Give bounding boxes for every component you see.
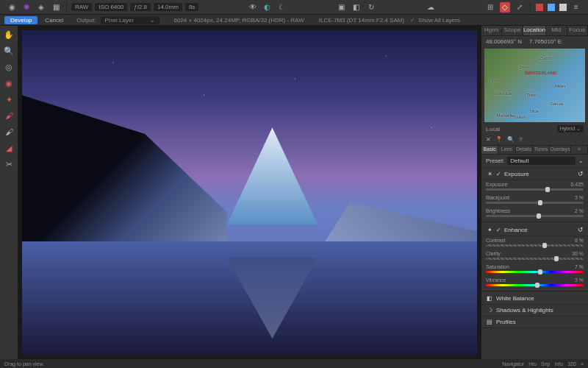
swatch3-icon[interactable] — [559, 4, 567, 11]
red-eye-tool[interactable]: ◉ — [3, 77, 15, 89]
app-icon[interactable]: ◉ — [7, 2, 17, 13]
search-icon[interactable]: 🔍 — [507, 136, 514, 143]
tab-location[interactable]: Location — [523, 26, 546, 35]
develop-button[interactable]: Develop — [4, 16, 37, 24]
exposure-header[interactable]: ☀ ✓ Exposure ↺ — [481, 168, 588, 180]
slider-clarity[interactable]: Clarity30 % — [481, 250, 588, 263]
reset-icon[interactable]: ↺ — [578, 170, 584, 177]
slider-exposure[interactable]: Exposure0.425 — [481, 180, 588, 194]
moon-icon: ☽ — [486, 307, 493, 314]
shutter-badge: 8s — [185, 3, 198, 11]
zoom-tool[interactable]: 🔍 — [3, 45, 15, 57]
zoom-level[interactable]: 320 — [567, 361, 576, 367]
status-hint: Drag to pan view. — [4, 361, 44, 367]
eye-icon[interactable]: 👁 — [248, 2, 258, 13]
tab-tones[interactable]: Tones — [533, 146, 550, 154]
sun-icon: ☀ — [486, 171, 493, 177]
right-panel: Hgrm Scope Location Mtd Focus 48.006693°… — [481, 26, 588, 359]
hto-tab[interactable]: Hto — [528, 361, 537, 367]
warn-icon[interactable]: ◇ — [500, 2, 510, 13]
slider-brightness[interactable]: Brightness2 % — [481, 207, 588, 220]
panel-tabs: Hgrm Scope Location Mtd Focus — [481, 26, 588, 36]
iso-badge: ISO 6400 — [95, 3, 127, 11]
tone-icon[interactable]: ▦ — [51, 2, 61, 13]
swatch2-icon[interactable] — [548, 4, 555, 11]
assist-icon[interactable]: ☁ — [426, 2, 436, 13]
brush-tool[interactable]: 🖌 — [3, 126, 15, 138]
clip-icon[interactable]: ▣ — [337, 2, 347, 13]
camera-text: ILCE-7M3 (DT 14mm F2.4 SAM) — [319, 17, 404, 24]
grid-icon[interactable]: ⊞ — [485, 2, 495, 13]
profile-icon: ▤ — [486, 319, 493, 325]
reset-icon[interactable]: ↺ — [578, 226, 584, 233]
tab-menu[interactable]: ≡ — [571, 146, 588, 154]
crop-tool[interactable]: ✂ — [3, 158, 15, 170]
status-bar: Drag to pan view. Navigator Hto Snp Info… — [0, 359, 588, 368]
hand-tool[interactable]: ✋ — [3, 29, 15, 40]
mirror-icon[interactable]: ◧ — [351, 2, 362, 13]
gradient-tool[interactable]: ◢ — [3, 142, 15, 154]
gps-coords: 48.006693° N 7.765010° E — [481, 36, 588, 47]
aperture-badge: ƒ/2.8 — [130, 3, 151, 11]
menu-icon[interactable]: ≡ — [571, 2, 581, 13]
sparkle-icon: ✦ — [486, 227, 493, 233]
rotate-icon[interactable]: ↻ — [366, 2, 376, 13]
wb-header[interactable]: ◧ White Balance — [481, 293, 588, 305]
menu-icon[interactable]: ≡ — [581, 361, 584, 367]
show-layers-toggle[interactable]: Show All Layers — [418, 17, 460, 24]
preset-select[interactable]: Default — [507, 157, 576, 165]
photo-preview — [22, 30, 477, 355]
map-type-select[interactable]: Hybrid ⌄ — [557, 125, 584, 132]
tab-histogram[interactable]: Hgrm — [481, 26, 502, 35]
latitude: 48.006693° N — [486, 38, 522, 45]
tab-details[interactable]: Details — [516, 146, 533, 154]
slider-contrast[interactable]: Contrast8 % — [481, 236, 588, 250]
raw-badge: RAW — [71, 3, 92, 11]
moon-icon[interactable]: ☾ — [277, 2, 287, 13]
sh-header[interactable]: ☽ Shadows & Highlights — [481, 305, 588, 316]
location-map[interactable]: SWITZERLAND Zurich Bern Lyon Grenoble Tu… — [484, 49, 585, 122]
top-toolbar: ◉ ❋ ◈ ▦ RAW ISO 6400 ƒ/2.8 14.0mm 8s 👁 ◐… — [0, 0, 588, 15]
tab-metadata[interactable]: Mtd — [546, 26, 567, 35]
longitude: 7.765010° E — [529, 38, 562, 45]
profiles-header[interactable]: ▤ Profiles — [481, 316, 588, 328]
snp-tab[interactable]: Snp — [541, 361, 550, 367]
swatch1-icon[interactable] — [536, 4, 543, 11]
heal-tool[interactable]: ✦ — [3, 93, 15, 105]
cancel-button[interactable]: Cancel — [39, 16, 69, 24]
tab-focus[interactable]: Focus — [567, 26, 588, 35]
help-icon[interactable]: ? — [519, 136, 522, 143]
liquify-icon[interactable]: ◈ — [36, 2, 46, 13]
sync-icon[interactable]: ◐ — [262, 2, 273, 13]
info-bar: Develop Cancel Output: Pixel Layer⌄ 6024… — [0, 15, 588, 26]
canvas-area[interactable] — [18, 26, 481, 359]
nav-tab[interactable]: Navigator — [502, 361, 524, 367]
expand-icon[interactable]: ⤢ — [514, 2, 525, 13]
target-tool[interactable]: ◎ — [3, 61, 15, 73]
info-tab[interactable]: Info — [555, 361, 564, 367]
slider-saturation[interactable]: Saturation7 % — [481, 263, 588, 276]
dimensions-text: 6024 × 4024px, 24.24MP, RGBA/32 (HDR) - … — [174, 17, 304, 24]
adjustment-tabs: Basic Lens Details Tones Overlays ≡ — [481, 145, 588, 155]
pin-icon[interactable]: 📍 — [495, 136, 503, 143]
left-toolbar: ✋ 🔍 ◎ ◉ ✦ 🖌 🖌 ◢ ✂ — [0, 26, 18, 359]
tab-scope[interactable]: Scope — [502, 26, 523, 35]
output-label: Output: — [76, 17, 96, 24]
tab-lens[interactable]: Lens — [498, 146, 515, 154]
crosshair-icon[interactable]: ✕ — [486, 136, 491, 143]
local-label: Local — [486, 126, 500, 132]
map-country: SWITZERLAND — [525, 71, 557, 75]
focal-badge: 14.0mm — [154, 3, 182, 11]
tab-overlays[interactable]: Overlays — [550, 146, 571, 154]
enhance-header[interactable]: ✦ ✓ Enhance ↺ — [481, 224, 588, 236]
slider-blackpoint[interactable]: Blackpoint3 % — [481, 194, 588, 207]
overlay-brush-tool[interactable]: 🖌 — [3, 110, 15, 121]
tab-basic[interactable]: Basic — [481, 146, 498, 154]
persona-icon[interactable]: ❋ — [21, 2, 32, 13]
wb-icon: ◧ — [486, 295, 493, 302]
output-select[interactable]: Pixel Layer⌄ — [101, 16, 159, 24]
preset-label: Preset: — [486, 158, 504, 164]
slider-vibrance[interactable]: Vibrance3 % — [481, 276, 588, 289]
